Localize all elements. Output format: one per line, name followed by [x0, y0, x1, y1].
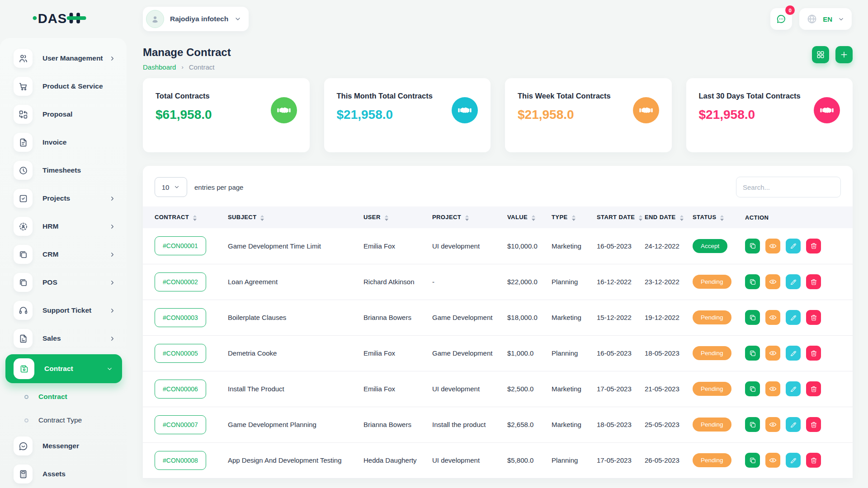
view-button[interactable]	[765, 310, 780, 325]
duplicate-button[interactable]	[745, 346, 760, 361]
column-header-end-date[interactable]: END DATE	[645, 206, 693, 228]
duplicate-button[interactable]	[745, 310, 760, 325]
duplicate-button[interactable]	[745, 381, 760, 396]
workspace-selector[interactable]: Rajodiya infotech	[143, 7, 249, 31]
sidebar-subitem-contract-type[interactable]: Contract Type	[0, 408, 127, 432]
trash-icon	[810, 350, 817, 357]
view-button[interactable]	[765, 274, 780, 289]
cell-start-date: 15-12-2022	[597, 300, 645, 335]
sidebar-item-pos[interactable]: POS	[0, 268, 127, 296]
delete-button[interactable]	[806, 381, 821, 396]
column-header-value[interactable]: VALUE	[507, 206, 552, 228]
sidebar-item-product-service[interactable]: Product & Service	[0, 72, 127, 100]
cell-project: Install the product	[432, 407, 507, 442]
delete-button[interactable]	[806, 453, 821, 468]
delete-button[interactable]	[806, 239, 821, 253]
column-header-project[interactable]: PROJECT	[432, 206, 507, 228]
stat-card-total-contracts: Total Contracts $61,958.0	[143, 78, 310, 152]
sidebar-item-support-ticket[interactable]: Support Ticket	[0, 296, 127, 324]
sidebar-item-messenger[interactable]: Messenger	[0, 432, 127, 460]
view-button[interactable]	[765, 239, 780, 253]
cell-user: Hedda Daugherty	[363, 442, 432, 478]
delete-button[interactable]	[806, 310, 821, 325]
contract-id-pill: #CON00007	[155, 415, 206, 434]
sidebar-subitem-contract[interactable]: Contract	[0, 385, 127, 408]
breadcrumb-separator: ›	[181, 64, 183, 70]
handshake-icon	[452, 97, 478, 123]
edit-button[interactable]	[786, 310, 801, 325]
sidebar-item-invoice[interactable]: Invoice	[0, 128, 127, 156]
nav-item-icon-chip	[14, 161, 33, 180]
messages-button[interactable]: 0	[770, 8, 792, 30]
column-header-label: USER	[363, 214, 381, 221]
copy-icon	[749, 457, 756, 464]
sidebar-item-contract[interactable]: Contract	[5, 354, 122, 383]
row-actions	[745, 417, 853, 432]
column-header-start-date[interactable]: START DATE	[597, 206, 645, 228]
column-header-contract[interactable]: CONTRACT	[143, 206, 228, 228]
column-header-user[interactable]: USER	[363, 206, 432, 228]
contract-id-pill: #CON00002	[155, 272, 206, 291]
edit-button[interactable]	[786, 274, 801, 289]
chevron-right-icon	[109, 55, 116, 62]
column-header-status[interactable]: STATUS	[693, 206, 745, 228]
stat-card-this-week-total-contracts: This Week Total Contracts $21,958.0	[505, 78, 672, 152]
pencil-icon	[790, 278, 797, 286]
sidebar-item-crm[interactable]: CRM	[0, 240, 127, 268]
nav-subitem-label: Contract	[38, 393, 67, 401]
sidebar-item-proposal[interactable]: Proposal	[0, 100, 127, 128]
language-selector[interactable]: EN	[799, 8, 852, 30]
sidebar-item-hrm[interactable]: HRM	[0, 212, 127, 240]
search-input[interactable]	[736, 177, 841, 197]
sidebar-item-user-management[interactable]: User Management	[0, 44, 127, 72]
edit-button[interactable]	[786, 346, 801, 361]
status-badge: Pending	[693, 310, 731, 324]
contracts-table: CONTRACTSUBJECTUSERPROJECTVALUETYPESTART…	[143, 206, 853, 479]
view-button[interactable]	[765, 381, 780, 396]
delete-button[interactable]	[806, 274, 821, 289]
column-header-label: START DATE	[597, 214, 635, 221]
delete-button[interactable]	[806, 346, 821, 361]
entries-per-page-select[interactable]: 10	[155, 177, 187, 197]
duplicate-button[interactable]	[745, 417, 760, 432]
edit-button[interactable]	[786, 239, 801, 253]
sidebar-item-sales[interactable]: Sales	[0, 324, 127, 352]
handshake-icon	[633, 97, 659, 123]
trash-icon	[810, 314, 817, 321]
edit-button[interactable]	[786, 453, 801, 468]
edit-button[interactable]	[786, 381, 801, 396]
table-row: #CON00002 Loan Agreement Richard Atkinso…	[143, 264, 853, 300]
view-button[interactable]	[765, 346, 780, 361]
sidebar-item-projects[interactable]: Projects	[0, 184, 127, 212]
sort-arrows-icon	[465, 215, 469, 221]
cell-end-date: 19-12-2022	[645, 300, 693, 335]
column-header-subject[interactable]: SUBJECT	[228, 206, 363, 228]
main-content: Manage Contract Dashboard › Contract Tot…	[127, 38, 868, 488]
cell-start-date: 18-05-2023	[597, 407, 645, 442]
grid-view-button[interactable]	[812, 46, 829, 63]
person-icon	[150, 14, 160, 24]
chevron-down-icon	[234, 15, 241, 23]
sidebar-item-timesheets[interactable]: Timesheets	[0, 156, 127, 184]
delete-button[interactable]	[806, 417, 821, 432]
view-button[interactable]	[765, 453, 780, 468]
add-contract-button[interactable]	[835, 46, 853, 63]
edit-button[interactable]	[786, 417, 801, 432]
nav-item-label: Timesheets	[42, 166, 81, 174]
chevron-right-icon	[109, 195, 116, 202]
sidebar-item-assets[interactable]: Assets	[0, 460, 127, 488]
view-button[interactable]	[765, 417, 780, 432]
column-header-type[interactable]: TYPE	[552, 206, 597, 228]
breadcrumb-dashboard-link[interactable]: Dashboard	[143, 63, 176, 71]
bullet-icon	[24, 395, 28, 399]
contract-id-pill: #CON00006	[155, 380, 206, 399]
duplicate-button[interactable]	[745, 239, 760, 253]
duplicate-button[interactable]	[745, 274, 760, 289]
duplicate-button[interactable]	[745, 453, 760, 468]
handshake-icon-glyph	[458, 106, 472, 115]
breadcrumb: Dashboard › Contract	[143, 63, 231, 71]
eye-icon	[769, 314, 777, 321]
sort-arrows-icon	[639, 215, 642, 221]
nav-item-icon	[19, 222, 28, 231]
eye-icon	[769, 242, 777, 250]
